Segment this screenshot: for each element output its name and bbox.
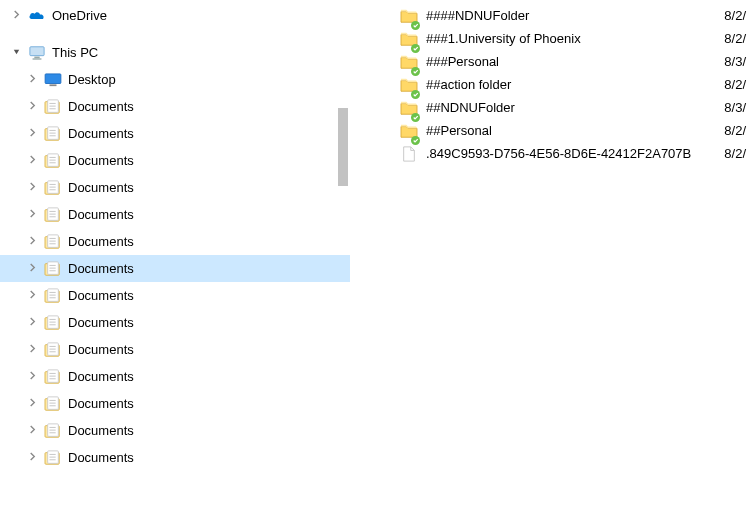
nav-onedrive[interactable]: OneDrive [0, 2, 350, 29]
chevron-right-icon[interactable] [24, 449, 40, 465]
nav-documents[interactable]: Documents [0, 444, 350, 471]
documents-library-icon [44, 179, 62, 197]
nav-documents[interactable]: Documents [0, 147, 350, 174]
nav-this-pc[interactable]: This PC [0, 39, 350, 66]
chevron-right-icon[interactable] [8, 7, 24, 23]
chevron-right-icon[interactable] [24, 179, 40, 195]
item-date: 8/2/ [710, 31, 750, 46]
svg-point-77 [411, 67, 420, 76]
nav-item-label: Documents [68, 261, 350, 276]
nav-documents[interactable]: Documents [0, 174, 350, 201]
nav-item-label: Documents [68, 126, 350, 141]
item-date: 8/3/ [710, 100, 750, 115]
list-item[interactable]: ####NDNUFolder 8/2/ [350, 4, 750, 27]
chevron-right-icon[interactable] [24, 152, 40, 168]
item-name: ###Personal [426, 54, 710, 69]
list-item[interactable]: ##Personal 8/2/ [350, 119, 750, 142]
desktop-icon [44, 71, 62, 89]
nav-documents[interactable]: Documents [0, 309, 350, 336]
item-date: 8/2/ [710, 123, 750, 138]
chevron-right-icon[interactable] [24, 98, 40, 114]
chevron-right-icon[interactable] [24, 341, 40, 357]
chevron-right-icon[interactable] [24, 395, 40, 411]
svg-point-79 [411, 113, 420, 122]
this-pc-icon [28, 44, 46, 62]
chevron-right-icon[interactable] [24, 287, 40, 303]
svg-point-78 [411, 90, 420, 99]
folder-sync-icon [400, 76, 418, 94]
documents-library-icon [44, 287, 62, 305]
nav-documents[interactable]: Documents [0, 390, 350, 417]
svg-rect-0 [30, 46, 44, 55]
chevron-right-icon[interactable] [24, 422, 40, 438]
chevron-right-icon[interactable] [24, 368, 40, 384]
nav-item-label: OneDrive [52, 8, 350, 23]
chevron-right-icon[interactable] [24, 71, 40, 87]
svg-point-75 [411, 21, 420, 30]
item-name: ###1.University of Phoenix [426, 31, 710, 46]
folder-sync-icon [400, 122, 418, 140]
documents-library-icon [44, 341, 62, 359]
nav-documents[interactable]: Documents [0, 336, 350, 363]
svg-rect-2 [33, 58, 42, 59]
documents-library-icon [44, 368, 62, 386]
svg-point-76 [411, 44, 420, 53]
chevron-right-icon[interactable] [24, 125, 40, 141]
nav-documents[interactable]: Documents [0, 363, 350, 390]
nav-documents[interactable]: Documents [0, 120, 350, 147]
documents-library-icon [44, 395, 62, 413]
documents-library-icon [44, 449, 62, 467]
documents-library-icon [44, 422, 62, 440]
documents-library-icon [44, 314, 62, 332]
item-name: ####NDNUFolder [426, 8, 710, 23]
nav-item-label: This PC [52, 45, 350, 60]
svg-rect-1 [34, 56, 39, 58]
documents-library-icon [44, 98, 62, 116]
documents-library-icon [44, 125, 62, 143]
nav-documents[interactable]: Documents [0, 93, 350, 120]
chevron-right-icon[interactable] [24, 260, 40, 276]
item-name: .849C9593-D756-4E56-8D6E-42412F2A707B [426, 146, 710, 161]
nav-documents[interactable]: Documents [0, 417, 350, 444]
nav-item-label: Documents [68, 369, 350, 384]
nav-item-label: Documents [68, 423, 350, 438]
nav-documents[interactable]: Documents [0, 282, 350, 309]
nav-documents[interactable]: Documents [0, 255, 350, 282]
chevron-right-icon[interactable] [24, 314, 40, 330]
chevron-right-icon[interactable] [24, 206, 40, 222]
nav-desktop[interactable]: Desktop [0, 66, 350, 93]
nav-item-label: Documents [68, 288, 350, 303]
documents-library-icon [44, 206, 62, 224]
folder-sync-icon [400, 30, 418, 48]
item-date: 8/2/ [710, 77, 750, 92]
list-item[interactable]: ###Personal 8/3/ [350, 50, 750, 73]
scrollbar-thumb[interactable] [338, 108, 348, 186]
list-item[interactable]: ##NDNUFolder 8/3/ [350, 96, 750, 119]
list-item[interactable]: ##action folder 8/2/ [350, 73, 750, 96]
item-name: ##NDNUFolder [426, 100, 710, 115]
nav-item-label: Documents [68, 450, 350, 465]
list-item[interactable]: ###1.University of Phoenix 8/2/ [350, 27, 750, 50]
nav-item-label: Documents [68, 207, 350, 222]
nav-item-label: Documents [68, 315, 350, 330]
vertical-scrollbar[interactable] [334, 0, 350, 513]
chevron-right-icon[interactable] [24, 233, 40, 249]
list-item[interactable]: .849C9593-D756-4E56-8D6E-42412F2A707B 8/… [350, 142, 750, 165]
chevron-down-icon[interactable] [8, 44, 24, 60]
nav-documents[interactable]: Documents [0, 201, 350, 228]
documents-library-icon [44, 260, 62, 278]
item-name: ##action folder [426, 77, 710, 92]
svg-point-80 [411, 136, 420, 145]
file-icon [400, 145, 418, 163]
nav-item-label: Documents [68, 396, 350, 411]
nav-documents[interactable]: Documents [0, 228, 350, 255]
svg-rect-3 [45, 73, 61, 83]
nav-item-label: Documents [68, 153, 350, 168]
nav-item-label: Documents [68, 180, 350, 195]
svg-rect-4 [50, 84, 57, 86]
nav-item-label: Desktop [68, 72, 350, 87]
item-date: 8/3/ [710, 54, 750, 69]
documents-library-icon [44, 152, 62, 170]
item-name: ##Personal [426, 123, 710, 138]
item-date: 8/2/ [710, 8, 750, 23]
